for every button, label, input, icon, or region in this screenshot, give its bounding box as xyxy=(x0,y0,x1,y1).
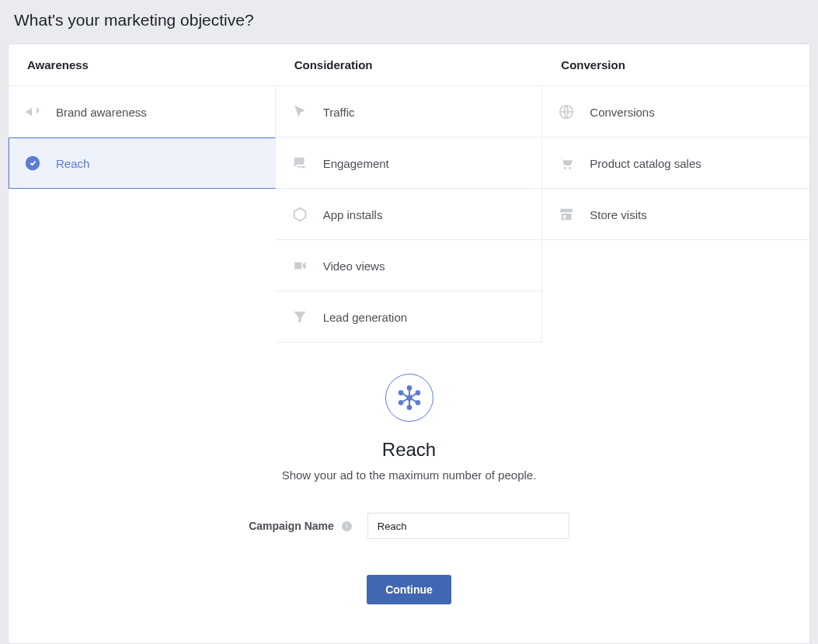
summary-description: Show your ad to the maximum number of pe… xyxy=(282,468,537,482)
item-label: Reach xyxy=(56,157,89,170)
col-consideration: Consideration Traffic Engagement App ins… xyxy=(276,44,543,343)
megaphone-icon xyxy=(23,103,42,121)
item-label: Engagement xyxy=(323,157,389,170)
item-label: App installs xyxy=(323,208,383,221)
objectives-grid: Awareness Brand awareness Reach Consider… xyxy=(9,44,809,343)
reach-icon xyxy=(385,374,433,422)
col-awareness: Awareness Brand awareness Reach xyxy=(9,44,276,343)
box-icon xyxy=(291,205,309,224)
svg-point-11 xyxy=(407,386,411,390)
svg-point-15 xyxy=(399,401,402,405)
item-traffic[interactable]: Traffic xyxy=(276,86,543,138)
item-app-installs[interactable]: App installs xyxy=(276,189,543,240)
item-engagement[interactable]: Engagement xyxy=(276,138,543,189)
item-reach[interactable]: Reach xyxy=(9,138,276,189)
page-title: What's your marketing objective? xyxy=(0,0,818,44)
item-label: Product catalog sales xyxy=(590,157,701,170)
svg-point-0 xyxy=(26,156,40,170)
svg-point-12 xyxy=(416,391,419,395)
globe-icon xyxy=(557,103,576,121)
funnel-icon xyxy=(291,308,309,326)
svg-point-14 xyxy=(407,406,411,409)
continue-button[interactable]: Continue xyxy=(367,575,451,604)
item-label: Video views xyxy=(323,259,385,273)
svg-point-13 xyxy=(416,401,419,405)
campaign-name-input[interactable] xyxy=(367,513,569,539)
svg-point-2 xyxy=(564,167,566,169)
item-lead-generation[interactable]: Lead generation xyxy=(276,291,543,343)
item-label: Traffic xyxy=(323,106,355,119)
col-awareness-header: Awareness xyxy=(9,44,276,86)
item-label: Conversions xyxy=(590,106,654,119)
info-icon[interactable]: i xyxy=(342,521,352,531)
store-icon xyxy=(557,205,576,224)
video-icon xyxy=(291,256,309,275)
campaign-name-label: Campaign Name xyxy=(249,520,334,532)
cursor-icon xyxy=(291,103,309,121)
item-label: Brand awareness xyxy=(56,106,147,119)
item-video-views[interactable]: Video views xyxy=(276,240,543,291)
objective-summary: Reach Show your ad to the maximum number… xyxy=(9,343,809,643)
item-label: Store visits xyxy=(590,208,646,221)
item-product-catalog-sales[interactable]: Product catalog sales xyxy=(542,138,809,189)
item-brand-awareness[interactable]: Brand awareness xyxy=(9,86,276,138)
col-consideration-header: Consideration xyxy=(276,44,543,86)
svg-point-3 xyxy=(569,167,571,169)
chat-icon xyxy=(291,154,309,172)
cart-icon xyxy=(557,154,576,172)
checkmark-circle-icon xyxy=(23,154,42,172)
col-conversion: Conversion Conversions Product catalog s… xyxy=(542,44,809,343)
item-conversions[interactable]: Conversions xyxy=(542,86,809,138)
svg-point-16 xyxy=(399,391,402,395)
campaign-name-row: Campaign Name i xyxy=(249,513,569,539)
objectives-panel: Awareness Brand awareness Reach Consider… xyxy=(8,44,810,644)
item-store-visits[interactable]: Store visits xyxy=(542,189,809,240)
summary-title: Reach xyxy=(382,439,436,461)
item-label: Lead generation xyxy=(323,311,407,324)
col-conversion-header: Conversion xyxy=(542,44,809,86)
